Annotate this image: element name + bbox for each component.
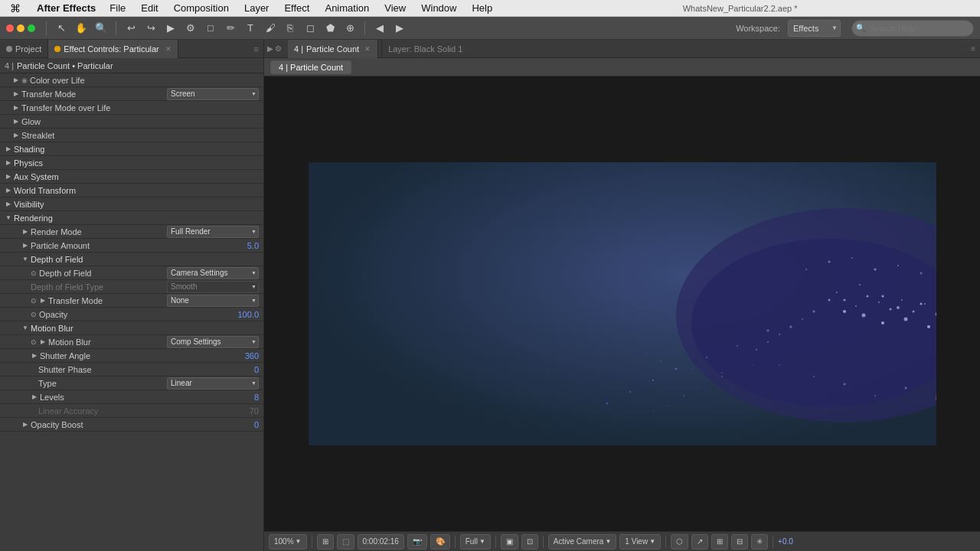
menu-composition[interactable]: Composition [166,0,237,17]
prop-motion-blur-setting[interactable]: ⊙ ▶ Motion Blur Comp Settings On Off [0,335,263,349]
prop-streaklet[interactable]: ▶ Streaklet [0,129,263,142]
timecode-btn[interactable]: 0:00:02:16 [358,534,404,549]
comp-tab-close[interactable]: ✕ [364,45,371,53]
prop-type[interactable]: Type Linear Rotational [0,377,263,390]
render-btn2[interactable]: ↗ [691,534,708,549]
clone-tool-btn[interactable]: ⎘ [282,20,299,37]
triangle-visibility[interactable]: ▶ [5,201,12,208]
prop-opacity[interactable]: ⊙ Opacity 100.0 [0,308,263,321]
type-dropdown[interactable]: Linear Rotational [167,377,259,390]
mask-tool-btn[interactable]: □ [202,20,219,37]
workspace-select[interactable]: Effects Standard Minimal [788,20,841,37]
panel-menu-btn[interactable]: ≡ [250,44,263,54]
section-aux-system[interactable]: ▶ Aux System [0,170,263,184]
tm-rendering-dropdown-wrap[interactable]: None Screen [167,295,259,307]
minimize-window-btn[interactable] [17,24,24,32]
view-count-btn[interactable]: 1 View ▼ [619,534,661,549]
triangle-transfer-mode[interactable]: ▶ [12,90,20,98]
shutter-phase-value[interactable]: 0 [254,365,259,374]
viewer-tab-particle-count[interactable]: 4 | Particle Count [270,60,351,74]
render-mode-dropdown[interactable]: Full Render Draft [167,226,259,238]
triangle-dof[interactable]: ▼ [21,256,29,263]
comp-tab-particle-count[interactable]: 4 | Particle Count ✕ [288,40,378,58]
triangle-render-mode[interactable]: ▶ [21,228,29,236]
prop-dof-type[interactable]: Depth of Field Type Smooth [0,280,263,294]
dof-dropdown-wrap[interactable]: Camera Settings Off [167,267,259,279]
triangle-aux-system[interactable]: ▶ [5,173,12,181]
opacity-boost-value[interactable]: 0 [254,420,259,429]
search-help-input[interactable] [851,20,974,37]
shutter-angle-value[interactable]: 360 [245,351,259,360]
triangle-physics[interactable]: ▶ [5,159,12,167]
triangle-mb-setting[interactable]: ▶ [39,338,47,346]
transparency-btn[interactable]: ⊡ [521,534,538,549]
prop-linear-accuracy[interactable]: Linear Accuracy 70 [0,404,263,418]
render-btn[interactable]: ▶ [162,20,179,37]
safe-zones-btn[interactable]: ⬚ [337,534,354,549]
section-motion-blur[interactable]: ▼ Motion Blur [0,321,263,335]
roto-tool-btn[interactable]: ⬟ [322,20,338,37]
prop-glow[interactable]: ▶ Glow [0,115,263,129]
prop-color-over-life[interactable]: ▶ ◉ Color over Life [0,73,263,87]
zoom-tool-btn[interactable]: 🔍 [93,20,109,37]
triangle-tm-rendering[interactable]: ▶ [39,297,47,305]
motion-blur-btn[interactable]: ✳ [751,534,768,549]
menu-layer[interactable]: Layer [237,0,277,17]
redo-btn[interactable]: ↪ [142,20,159,37]
triangle-opacity-boost[interactable]: ▶ [21,421,29,429]
eraser-tool-btn[interactable]: ◻ [302,20,318,37]
snap-to-grid-btn[interactable]: ⊞ [317,534,334,549]
triangle-particle-amount[interactable]: ▶ [21,242,29,249]
tab-effect-controls[interactable]: Effect Controls: Particular ✕ [48,40,178,58]
prev-frame-btn[interactable]: ◀ [371,20,388,37]
brush-tool-btn[interactable]: 🖌 [262,20,279,37]
zoom-btn[interactable]: 100% ▼ [269,534,307,549]
section-physics[interactable]: ▶ Physics [0,156,263,170]
type-dropdown-wrap[interactable]: Linear Rotational [167,377,259,390]
menu-view[interactable]: View [377,0,413,17]
prop-transfer-mode[interactable]: ▶ Transfer Mode Screen Normal Add [0,87,263,101]
opacity-value[interactable]: 100.0 [237,310,259,319]
comp-settings-btn[interactable]: ⚙ [182,20,199,37]
triangle-rendering[interactable]: ▼ [5,214,12,222]
menu-animation[interactable]: Animation [317,0,377,17]
transfer-mode-dropdown-wrap[interactable]: Screen Normal Add [167,88,259,100]
camera-btn[interactable]: 📷 [407,534,427,549]
camera-view-btn[interactable]: Active Camera ▼ [548,534,617,549]
dof-type-dropdown-wrap[interactable]: Smooth [167,281,259,293]
transfer-mode-dropdown[interactable]: Screen Normal Add [167,88,259,100]
triangle-shutter-angle[interactable]: ▶ [31,352,38,360]
prop-transfer-mode-rendering[interactable]: ⊙ ▶ Transfer Mode None Screen [0,294,263,308]
prop-levels[interactable]: ▶ Levels 8 [0,390,263,404]
triangle-tmode-over-life[interactable]: ▶ [12,104,20,112]
workspace-dropdown-wrap[interactable]: Effects Standard Minimal [788,20,841,37]
menu-file[interactable]: File [102,0,133,17]
puppet-tool-btn[interactable]: ⊕ [341,20,358,37]
fast-preview-btn[interactable]: ▣ [501,534,518,549]
maximize-window-btn[interactable] [28,24,35,32]
comp-panel-menu[interactable]: ≡ [966,44,980,53]
tm-rendering-dropdown[interactable]: None Screen [167,295,259,307]
quality-btn[interactable]: Full ▼ [460,534,491,549]
mb-dropdown[interactable]: Comp Settings On Off [167,336,259,348]
dof-dropdown[interactable]: Camera Settings Off [167,267,259,279]
undo-btn[interactable]: ↩ [122,20,139,37]
menu-edit[interactable]: Edit [133,0,165,17]
section-visibility[interactable]: ▶ Visibility [0,197,263,211]
text-tool-btn[interactable]: T [242,20,259,37]
prop-opacity-boost[interactable]: ▶ Opacity Boost 0 [0,418,263,432]
triangle-glow[interactable]: ▶ [12,118,20,126]
render-mode-dropdown-wrap[interactable]: Full Render Draft [167,226,259,238]
close-window-btn[interactable] [6,24,14,32]
section-rendering[interactable]: ▼ Rendering [0,211,263,225]
triangle-streaklet[interactable]: ▶ [12,132,20,139]
tab-project[interactable]: Project [0,40,48,58]
selection-tool-btn[interactable]: ↖ [53,20,70,37]
prop-shutter-phase[interactable]: Shutter Phase 0 [0,363,263,377]
prop-dof-camera[interactable]: ⊙ Depth of Field Camera Settings Off [0,266,263,280]
triangle-shading[interactable]: ▶ [5,145,12,153]
3d-btn[interactable]: ⬡ [671,534,688,549]
menu-window[interactable]: Window [413,0,464,17]
section-depth-of-field[interactable]: ▼ Depth of Field [0,253,263,266]
multiproc-btn[interactable]: ⊟ [731,534,748,549]
